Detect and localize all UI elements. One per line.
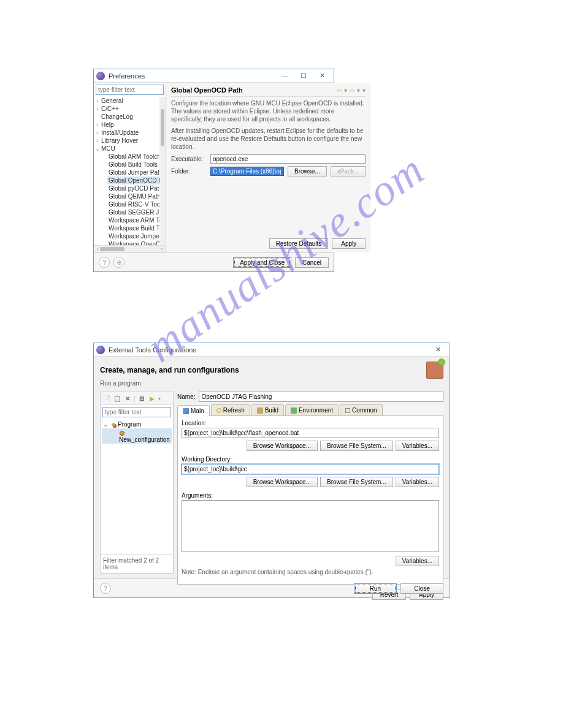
eclipse-icon xyxy=(96,72,105,80)
browse-workspace-button[interactable]: Browse Workspace... xyxy=(247,441,318,451)
program-icon xyxy=(110,422,117,428)
restore-defaults-button[interactable]: Restore Defaults xyxy=(269,238,328,249)
delete-icon[interactable]: ✕ xyxy=(123,394,132,403)
tree-mcu-item[interactable]: Global Jumper Path xyxy=(107,169,166,176)
close-button[interactable]: ✕ xyxy=(429,343,447,357)
tree-hscroll[interactable]: ‹ › xyxy=(94,245,166,252)
tab-refresh[interactable]: Refresh xyxy=(211,404,250,415)
config-filter-input[interactable] xyxy=(102,407,171,417)
location-input[interactable] xyxy=(182,428,439,438)
import-export-icon[interactable]: ⊕ xyxy=(113,257,124,268)
tree-mcu-item[interactable]: Workspace OpenOCD Path xyxy=(107,240,166,245)
tree-program[interactable]: Program xyxy=(102,420,172,428)
tree-new-configuration[interactable]: New_configuration xyxy=(102,428,172,443)
config-icon xyxy=(119,430,125,436)
filter-icon[interactable]: ▶ xyxy=(148,394,156,403)
browse-button[interactable]: Browse... xyxy=(288,166,327,176)
scroll-right-icon[interactable]: › xyxy=(158,246,166,252)
close-button[interactable]: ✕ xyxy=(313,69,331,83)
executable-input[interactable] xyxy=(210,154,366,164)
working-dir-input[interactable] xyxy=(182,464,439,474)
filter-dropdown-icon[interactable]: ▾ xyxy=(158,396,161,401)
variables-button[interactable]: Variables... xyxy=(396,441,439,451)
config-tabs: Main Refresh Build Environment Common xyxy=(177,404,443,416)
name-input[interactable] xyxy=(199,392,443,402)
back-icon[interactable]: ⇦ xyxy=(337,87,342,94)
tree-libhover[interactable]: Library Hover xyxy=(95,137,166,145)
tab-build[interactable]: Build xyxy=(251,404,284,415)
help-icon[interactable]: ? xyxy=(99,257,110,268)
titlebar: Preferences — ☐ ✕ xyxy=(94,69,334,83)
build-tab-icon xyxy=(257,408,263,414)
tree-mcu-item[interactable]: Global RISC-V Toolchains P xyxy=(107,200,166,208)
preferences-footer: ? ⊕ Apply and Close Cancel xyxy=(94,252,334,271)
tree-mcu-item[interactable]: Workspace Jumper Path xyxy=(107,232,166,240)
tree-mcu-item[interactable]: Global QEMU Path xyxy=(107,192,166,200)
preferences-dialog: Preferences — ☐ ✕ General C/C++ ChangeLo… xyxy=(93,69,334,272)
config-tree[interactable]: Program New_configuration xyxy=(101,419,173,554)
executable-label: Executable: xyxy=(171,156,207,162)
close-button[interactable]: Close xyxy=(400,583,443,594)
folder-input[interactable] xyxy=(210,167,284,176)
menu-dropdown-icon[interactable]: ▾ xyxy=(362,87,366,94)
folder-label: Folder: xyxy=(171,168,207,175)
tree-vscroll[interactable] xyxy=(159,97,166,245)
maximize-button[interactable]: ☐ xyxy=(294,69,313,83)
browse-filesystem-button[interactable]: Browse File System... xyxy=(320,477,393,487)
description-1: Configure the location where GNU MCU Ecl… xyxy=(171,99,366,123)
apply-button[interactable]: Apply xyxy=(332,238,366,249)
external-tools-dialog: External Tools Configurations ✕ Create, … xyxy=(93,343,450,598)
arguments-label: Arguments: xyxy=(182,492,439,499)
tree-mcu[interactable]: MCU xyxy=(95,145,166,153)
preferences-tree[interactable]: General C/C++ ChangeLog Help Install/Upd… xyxy=(94,97,166,245)
name-label: Name: xyxy=(177,393,195,400)
forward-icon[interactable]: ⇨ xyxy=(350,87,354,94)
xpack-button[interactable]: xPack... xyxy=(331,166,366,176)
tab-main[interactable]: Main xyxy=(177,405,210,416)
filter-status: Filter matched 2 of 2 items xyxy=(101,554,173,573)
description-2: After installing OpenOCD updates, restar… xyxy=(171,127,366,151)
tab-main-content: Location: Browse Workspace... Browse Fil… xyxy=(177,416,443,585)
configurations-sidebar: 📄 📋 ✕ | ⊟ ▶ ▾ Program New_configuration … xyxy=(100,392,174,574)
nav-history: ⇦▾ ⇨▾ ▾ xyxy=(337,87,366,94)
config-editor: Name: Main Refresh Build Environment Com… xyxy=(174,392,443,574)
tree-mcu-item[interactable]: Global pyOCD Path xyxy=(107,184,166,192)
tree-mcu-item-selected[interactable]: Global OpenOCD Path xyxy=(107,176,166,184)
tree-mcu-item[interactable]: Global SEGGER J-Link Path xyxy=(107,208,166,216)
tree-mcu-item[interactable]: Global Build Tools Path xyxy=(107,161,166,169)
preferences-sidebar: General C/C++ ChangeLog Help Install/Upd… xyxy=(94,83,166,252)
collapse-icon[interactable]: ⊟ xyxy=(137,394,146,403)
titlebar: External Tools Configurations ✕ xyxy=(94,343,450,357)
tree-mcu-item[interactable]: Workspace ARM Toolchain xyxy=(107,216,166,224)
config-toolbar: 📄 📋 ✕ | ⊟ ▶ ▾ xyxy=(101,392,173,405)
tree-help[interactable]: Help xyxy=(95,121,166,129)
new-config-icon[interactable]: 📄 xyxy=(102,394,111,403)
tree-mcu-item[interactable]: Global ARM Toolchains Pa xyxy=(107,153,166,161)
help-icon[interactable]: ? xyxy=(100,583,111,594)
variables-button[interactable]: Variables... xyxy=(396,477,439,487)
tree-general[interactable]: General xyxy=(95,97,166,105)
working-dir-label: Working Directory: xyxy=(182,456,439,463)
duplicate-icon[interactable]: 📋 xyxy=(113,394,121,403)
cancel-button[interactable]: Cancel xyxy=(295,257,329,268)
preferences-main: Global OpenOCD Path ⇦▾ ⇨▾ ▾ Configure th… xyxy=(166,83,370,252)
tree-cpp[interactable]: C/C++ xyxy=(95,105,166,113)
variables-button[interactable]: Variables... xyxy=(396,556,439,566)
common-tab-icon xyxy=(345,408,350,413)
tab-common[interactable]: Common xyxy=(340,404,383,415)
arguments-note: Note: Enclose an argument containing spa… xyxy=(182,569,439,575)
browse-filesystem-button[interactable]: Browse File System... xyxy=(320,441,393,451)
tree-install[interactable]: Install/Update xyxy=(95,129,166,137)
browse-workspace-button[interactable]: Browse Workspace... xyxy=(247,477,318,487)
env-tab-icon xyxy=(291,408,297,414)
run-button[interactable]: Run xyxy=(354,583,397,594)
page-title: Global OpenOCD Path xyxy=(171,86,337,94)
tab-environment[interactable]: Environment xyxy=(285,404,339,415)
tree-mcu-item[interactable]: Workspace Build Tools Pat xyxy=(107,224,166,232)
minimize-button[interactable]: — xyxy=(276,69,294,83)
apply-close-button[interactable]: Apply and Close xyxy=(233,257,291,268)
dialog-subheading: Run a program xyxy=(100,380,443,387)
filter-input[interactable] xyxy=(96,85,164,95)
arguments-input[interactable] xyxy=(182,500,439,552)
tree-changelog[interactable]: ChangeLog xyxy=(95,113,166,121)
